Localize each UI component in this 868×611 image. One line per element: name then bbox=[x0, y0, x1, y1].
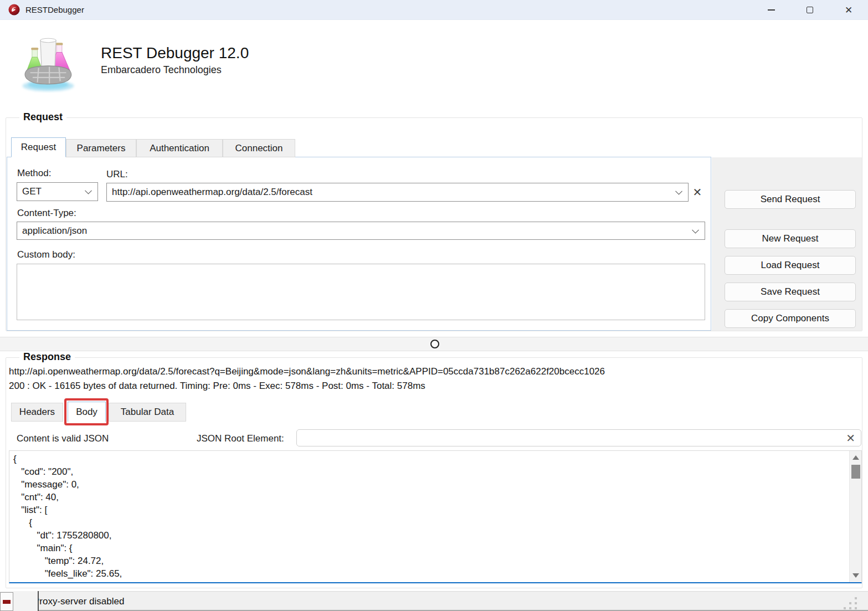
tab-connection[interactable]: Connection bbox=[223, 139, 295, 157]
content-type-label: Content-Type: bbox=[17, 208, 76, 219]
url-label: URL: bbox=[106, 169, 128, 180]
tab-authentication-label: Authentication bbox=[150, 143, 209, 154]
annotation-highlight-box bbox=[64, 398, 109, 425]
load-request-button[interactable]: Load Request bbox=[725, 256, 856, 275]
method-select[interactable]: GET bbox=[17, 182, 98, 201]
save-request-button[interactable]: Save Request bbox=[725, 283, 856, 301]
content-type-chevron-down-icon bbox=[692, 226, 699, 233]
response-body-json[interactable]: { "cod": "200", "message": 0, "cnt": 40,… bbox=[13, 453, 124, 583]
copy-components-button[interactable]: Copy Components bbox=[725, 309, 856, 328]
scroll-up-button[interactable] bbox=[850, 452, 862, 463]
send-request-label: Send Request bbox=[761, 194, 820, 205]
status-bar: Proxy-server disabled bbox=[0, 591, 868, 611]
new-request-label: New Request bbox=[762, 233, 818, 244]
window-title: RESTDebugger bbox=[25, 5, 84, 14]
json-root-element-field: ✕ bbox=[296, 429, 861, 446]
json-root-element-input[interactable] bbox=[302, 433, 846, 443]
minimize-button[interactable] bbox=[752, 0, 790, 20]
json-root-element-label: JSON Root Element: bbox=[197, 433, 284, 444]
tab-connection-label: Connection bbox=[235, 143, 283, 154]
tab-headers[interactable]: Headers bbox=[11, 403, 63, 422]
scroll-down-icon bbox=[852, 573, 859, 578]
save-request-label: Save Request bbox=[761, 286, 820, 297]
load-request-label: Load Request bbox=[761, 260, 820, 271]
app-window-icon bbox=[8, 4, 20, 16]
app-subtitle: Embarcadero Technologies bbox=[101, 64, 222, 76]
maximize-icon bbox=[807, 7, 813, 13]
vertical-scrollbar[interactable] bbox=[849, 451, 861, 582]
custom-body-label: Custom body: bbox=[17, 249, 75, 260]
maximize-button[interactable] bbox=[790, 0, 829, 20]
response-request-url: http://api.openweathermap.org/data/2.5/f… bbox=[9, 366, 605, 377]
chevron-down-icon bbox=[85, 187, 92, 194]
send-request-button[interactable]: Send Request bbox=[725, 190, 856, 209]
copy-components-label: Copy Components bbox=[751, 313, 829, 324]
splitter-bar[interactable] bbox=[0, 337, 868, 351]
content-type-select[interactable]: application/json bbox=[17, 222, 705, 240]
url-input[interactable]: http://api.openweathermap.org/data/2.5/f… bbox=[106, 183, 689, 202]
response-group-label: Response bbox=[19, 351, 75, 363]
app-title: REST Debugger 12.0 bbox=[101, 44, 249, 62]
response-body-memo[interactable]: { "cod": "200", "message": 0, "cnt": 40,… bbox=[9, 450, 862, 583]
request-group-label: Request bbox=[19, 111, 66, 123]
tab-parameters[interactable]: Parameters bbox=[66, 139, 136, 157]
method-value: GET bbox=[22, 186, 42, 197]
new-request-button[interactable]: New Request bbox=[725, 229, 856, 248]
response-status-line: 200 : OK - 16165 bytes of data returned.… bbox=[9, 381, 425, 392]
method-label: Method: bbox=[17, 168, 51, 179]
url-chevron-down-icon bbox=[675, 188, 682, 195]
status-bar-text: Proxy-server disabled bbox=[33, 596, 124, 607]
scroll-up-icon bbox=[852, 455, 859, 460]
title-bar: RESTDebugger ✕ bbox=[0, 0, 868, 20]
overlap-window-icon bbox=[0, 592, 13, 611]
red-dash-icon bbox=[3, 600, 11, 604]
rest-debugger-window: RESTDebugger ✕ REST Debugger 12.0 Embarc… bbox=[0, 0, 868, 611]
content-valid-label: Content is valid JSON bbox=[17, 433, 109, 444]
content-type-value: application/json bbox=[22, 225, 87, 237]
url-clear-button[interactable]: ✕ bbox=[690, 185, 705, 199]
close-button[interactable]: ✕ bbox=[829, 0, 868, 20]
tab-tabular-data[interactable]: Tabular Data bbox=[109, 403, 186, 422]
tab-headers-label: Headers bbox=[19, 407, 55, 418]
tab-parameters-label: Parameters bbox=[77, 143, 126, 154]
tab-request-label: Request bbox=[21, 142, 56, 153]
json-root-clear-icon[interactable]: ✕ bbox=[846, 433, 855, 444]
close-icon: ✕ bbox=[845, 6, 852, 15]
clear-icon: ✕ bbox=[693, 187, 702, 198]
scrollbar-thumb[interactable] bbox=[851, 465, 860, 479]
url-value: http://api.openweathermap.org/data/2.5/f… bbox=[112, 187, 312, 198]
tab-authentication[interactable]: Authentication bbox=[136, 139, 223, 157]
tab-request[interactable]: Request bbox=[11, 137, 66, 157]
scroll-down-button[interactable] bbox=[850, 570, 862, 581]
splitter-handle-icon[interactable] bbox=[430, 340, 439, 348]
app-logo bbox=[18, 33, 78, 93]
minimize-icon bbox=[768, 9, 775, 11]
overlapping-window-fragment bbox=[0, 591, 39, 611]
custom-body-input[interactable] bbox=[17, 264, 705, 320]
tab-tabular-data-label: Tabular Data bbox=[121, 407, 174, 418]
